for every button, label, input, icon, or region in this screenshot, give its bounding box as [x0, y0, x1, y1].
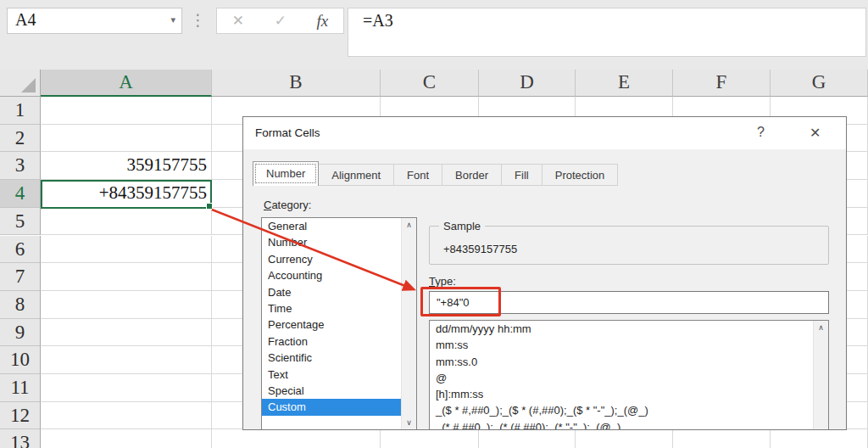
insert-function-icon[interactable]: fx: [316, 12, 328, 31]
dialog-title: Format Cells: [255, 126, 320, 139]
row-header-6[interactable]: 6: [0, 236, 41, 264]
type-listbox: dd/mm/yyyy hh:mmmm:ssmm:ss.0@[h]:mm:ss_(…: [429, 320, 829, 430]
row-header-2[interactable]: 2: [0, 125, 41, 153]
dialog-tabstrip: NumberAlignmentFontBorderFillProtection: [253, 162, 618, 186]
cell-A2[interactable]: [41, 125, 212, 153]
type-option-4[interactable]: [h]:mm:ss: [430, 386, 814, 402]
sample-groupbox: Sample +84359157755: [429, 226, 829, 265]
sample-value: +84359157755: [443, 243, 517, 255]
cell-A6[interactable]: [41, 236, 212, 264]
row-header-7[interactable]: 7: [0, 263, 41, 291]
excel-window: A4 ▾ ⋮ ✕ ✓ fx =A3 ABCDEFG1233591577554+8…: [0, 0, 868, 448]
cell-A11[interactable]: [41, 374, 212, 402]
cell-G13[interactable]: [771, 429, 868, 448]
category-items: GeneralNumberCurrencyAccountingDateTimeP…: [262, 218, 402, 416]
cell-E13[interactable]: [576, 429, 673, 448]
formula-bar-value: =A3: [363, 11, 393, 31]
type-option-6[interactable]: _(* #,##0_);_(* (#,##0);_(* "-"_);_(@_): [430, 419, 814, 430]
column-header-G[interactable]: G: [771, 70, 868, 97]
format-cells-dialog: Format Cells ? ✕ NumberAlignmentFontBord…: [242, 116, 847, 430]
tab-font[interactable]: Font: [394, 164, 442, 186]
row-header-12[interactable]: 12: [0, 402, 41, 430]
cell-D13[interactable]: [479, 429, 576, 448]
type-option-1[interactable]: mm:ss: [430, 337, 814, 353]
row-header-4[interactable]: 4: [0, 180, 41, 208]
type-option-3[interactable]: @: [430, 370, 814, 386]
column-header-D[interactable]: D: [479, 70, 576, 97]
fill-handle[interactable]: [206, 203, 213, 210]
cell-A1[interactable]: [41, 97, 212, 125]
type-option-5[interactable]: _($ * #,##0_);_($ * (#,##0);_($ * "-"_);…: [430, 402, 814, 418]
cell-A3[interactable]: 359157755: [41, 152, 212, 180]
type-option-2[interactable]: mm:ss.0: [430, 354, 814, 370]
select-all-triangle-icon: [21, 78, 36, 92]
annotation-highlight-box: [420, 287, 501, 316]
category-special[interactable]: Special: [262, 383, 402, 399]
column-header-C[interactable]: C: [381, 70, 479, 97]
category-text[interactable]: Text: [262, 367, 402, 383]
cell-B13[interactable]: [212, 429, 381, 448]
type-option-0[interactable]: dd/mm/yyyy hh:mm: [430, 321, 814, 337]
tab-number[interactable]: Number: [253, 161, 319, 186]
row-header-11[interactable]: 11: [0, 374, 41, 402]
type-items: dd/mm/yyyy hh:mmmm:ssmm:ss.0@[h]:mm:ss_(…: [430, 321, 814, 430]
selection-border: [41, 180, 212, 209]
category-fraction[interactable]: Fraction: [262, 333, 402, 350]
category-label: Category:: [264, 199, 311, 211]
formula-bar[interactable]: =A3: [348, 8, 866, 57]
row-header-9[interactable]: 9: [0, 319, 41, 347]
tab-protection[interactable]: Protection: [542, 164, 619, 186]
cancel-icon[interactable]: ✕: [232, 12, 244, 30]
dialog-close-icon[interactable]: ✕: [810, 125, 821, 141]
name-box[interactable]: A4 ▾: [7, 8, 182, 34]
cell-A5[interactable]: [41, 208, 212, 236]
category-listbox: GeneralNumberCurrencyAccountingDateTimeP…: [261, 217, 417, 430]
scroll-down-icon[interactable]: ∨: [402, 416, 416, 429]
row-header-8[interactable]: 8: [0, 291, 41, 319]
cell-A7[interactable]: [41, 263, 212, 291]
row-header-13[interactable]: 13: [0, 429, 41, 448]
scroll-up-icon[interactable]: ∧: [814, 321, 828, 334]
scroll-up-icon[interactable]: ∧: [402, 218, 416, 232]
column-header-B[interactable]: B: [212, 70, 381, 97]
column-header-E[interactable]: E: [576, 70, 673, 97]
sample-label: Sample: [439, 220, 485, 232]
row-header-5[interactable]: 5: [0, 208, 41, 236]
category-currency[interactable]: Currency: [262, 251, 402, 267]
cell-F13[interactable]: [673, 429, 771, 448]
dialog-titlebar: Format Cells ? ✕: [243, 117, 846, 149]
name-box-dropdown-icon[interactable]: ▾: [170, 14, 175, 25]
category-scrollbar[interactable]: ∧ ∨: [401, 218, 416, 429]
type-label: Type:: [429, 275, 456, 288]
category-date[interactable]: Date: [262, 284, 402, 300]
enter-icon[interactable]: ✓: [275, 12, 287, 30]
cell-A8[interactable]: [41, 291, 212, 319]
toolbar-separator-dots-icon: ⋮: [190, 10, 206, 30]
category-scientific[interactable]: Scientific: [262, 350, 402, 366]
row-header-10[interactable]: 10: [0, 346, 41, 374]
row-header-3[interactable]: 3: [0, 152, 41, 180]
category-number[interactable]: Number: [262, 234, 402, 250]
cell-A13[interactable]: [41, 429, 212, 448]
type-scrollbar[interactable]: ∧: [813, 321, 828, 430]
dialog-help-icon[interactable]: ?: [757, 125, 765, 140]
name-box-value: A4: [15, 10, 36, 30]
column-header-F[interactable]: F: [673, 70, 771, 97]
tab-fill[interactable]: Fill: [502, 164, 542, 186]
select-all-corner[interactable]: [0, 70, 41, 97]
cell-A9[interactable]: [41, 319, 212, 347]
tab-alignment[interactable]: Alignment: [319, 164, 394, 186]
category-percentage[interactable]: Percentage: [262, 316, 402, 333]
row-header-1[interactable]: 1: [0, 97, 41, 125]
category-accounting[interactable]: Accounting: [262, 267, 402, 283]
cell-C13[interactable]: [381, 429, 479, 448]
category-custom[interactable]: Custom: [262, 399, 402, 415]
column-header-A[interactable]: A: [41, 70, 212, 97]
category-time[interactable]: Time: [262, 300, 402, 316]
cell-A10[interactable]: [41, 346, 212, 374]
tab-border[interactable]: Border: [442, 164, 502, 186]
formula-buttons-panel: ✕ ✓ fx: [216, 8, 344, 34]
cell-A12[interactable]: [41, 402, 212, 430]
category-general[interactable]: General: [262, 218, 402, 234]
